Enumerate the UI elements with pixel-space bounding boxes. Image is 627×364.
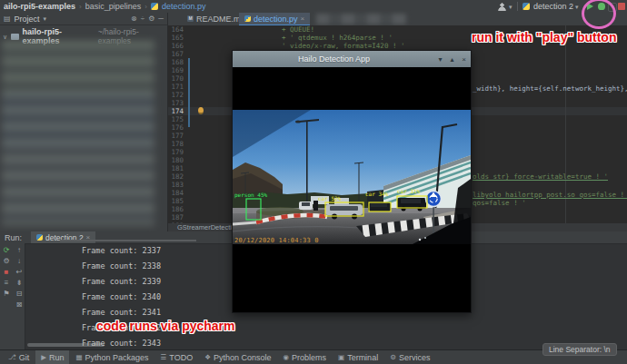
pin-tab-icon[interactable]: ⚑ xyxy=(3,290,9,298)
stop-button[interactable] xyxy=(618,3,625,10)
markdown-icon: M xyxy=(187,15,194,22)
blurred-tab-region xyxy=(316,14,407,25)
hailo-detection-app-window: Hailo Detection App ▾ ▴ × xyxy=(232,50,472,313)
hide-panel-icon[interactable]: ─ xyxy=(158,15,164,23)
chevron-down-icon: ▾ xyxy=(44,15,47,22)
code-line: + QUEUE! xyxy=(282,25,314,34)
statusbar-item-label: Git xyxy=(19,353,30,362)
python-console-icon: ❖ xyxy=(204,353,211,361)
python-icon xyxy=(522,3,530,10)
statusbar-item-label: Terminal xyxy=(347,353,378,362)
run-config-selector[interactable]: detection 2 xyxy=(533,2,573,11)
annotation-run-note: run it with "play" button xyxy=(472,30,616,44)
detection-label: car 52% xyxy=(318,195,342,202)
line-separator-badge[interactable]: Line Separator: \n xyxy=(542,343,617,356)
editor-breadcrumb-class[interactable]: GStreamerDetection xyxy=(177,223,239,231)
todo-icon: ☰ xyxy=(161,353,167,361)
statusbar-item-problems[interactable]: ◉Problems xyxy=(277,350,332,364)
code-line: + ' qtdemux ! h264parse ! ' xyxy=(282,34,393,42)
window-title-bar[interactable]: Hailo Detection App ▾ ▴ × xyxy=(233,51,471,67)
console-line: Frame count: 2339 xyxy=(82,277,161,286)
breadcrumb-separator: › xyxy=(144,3,147,11)
detection-label: car 31% xyxy=(397,188,421,194)
collapse-all-icon[interactable]: ÷ xyxy=(141,15,144,23)
statusbar-item-label: Run xyxy=(49,353,65,362)
video-timestamp: 20/12/2020 14:04:33 0 xyxy=(234,237,319,244)
run-panel-label: Run: xyxy=(5,233,22,242)
chevron-down-icon: ▾ xyxy=(575,4,579,10)
breadcrumb-item[interactable]: detection.py xyxy=(162,2,206,11)
code-fragment: olds_str} force-writable=true ! ' xyxy=(473,172,608,181)
run-settings-icon[interactable]: ⚙ xyxy=(3,257,9,265)
console-line: Frame count: 2337 xyxy=(82,246,161,255)
blurred-file-tree xyxy=(2,41,154,225)
code-fragment: qos=false ! ' xyxy=(473,199,526,207)
statusbar-item-label: Python Console xyxy=(214,353,272,362)
run-tab[interactable]: detection 2 × xyxy=(31,231,95,243)
services-icon: ⚙ xyxy=(390,353,396,361)
breadcrumb-separator: › xyxy=(79,3,82,11)
window-title: Hailo Detection App xyxy=(233,54,435,64)
project-panel-header[interactable]: ▤ Project ▾ ⊗ ÷ ⚙ ─ xyxy=(0,13,168,25)
annotation-pycharm-note: code runs via pycharm xyxy=(96,319,235,333)
problems-icon: ◉ xyxy=(283,353,289,361)
statusbar-item-label: Services xyxy=(399,353,431,362)
detection-label: person 45% xyxy=(234,192,268,199)
breadcrumb: ailo-rpi5-examples›basic_pipelines›detec… xyxy=(4,0,205,13)
tab-label: README.md xyxy=(196,15,245,24)
status-bar-items: ⎇Git▶Run▦Python Packages☰TODO❖Python Con… xyxy=(3,350,435,364)
code-line: ' video/x-raw, format=I420 ! ' xyxy=(282,42,404,50)
console-line: Frame count: 2338 xyxy=(82,261,161,271)
breadcrumb-item[interactable]: basic_pipelines xyxy=(85,2,142,11)
code-fragment: libyolo_hailortpp_post.so qos=false ! ' xyxy=(473,191,627,199)
status-bar: ⎇Git▶Run▦Python Packages☰TODO❖Python Con… xyxy=(0,349,627,364)
breadcrumb-item[interactable]: ailo-rpi5-examples xyxy=(4,2,75,11)
rerun-button[interactable]: ⟳ xyxy=(4,246,10,254)
statusbar-item-services[interactable]: ⚙Services xyxy=(384,350,435,364)
statusbar-item-todo[interactable]: ☰TODO xyxy=(155,350,199,364)
horizontal-scrollbar[interactable] xyxy=(60,240,196,241)
close-icon[interactable]: × xyxy=(301,15,305,23)
project-tool-icon: ▤ xyxy=(4,15,11,23)
close-icon[interactable]: × xyxy=(459,55,469,64)
user-avatar-icon[interactable] xyxy=(498,3,506,11)
statusbar-item-python-console[interactable]: ❖Python Console xyxy=(199,350,276,364)
statusbar-item-label: Python Packages xyxy=(85,353,149,362)
minimize-icon[interactable]: ▾ xyxy=(435,55,445,64)
soft-wrap-icon[interactable]: ↩ xyxy=(16,268,23,276)
terminal-icon: ▣ xyxy=(338,353,344,361)
stop-process-button[interactable]: ■ xyxy=(5,268,9,276)
scroll-up-icon[interactable]: ↑ xyxy=(17,246,21,254)
panel-settings-icon[interactable]: ⚙ xyxy=(148,15,154,23)
python-icon xyxy=(151,3,158,10)
run-toolbar: ⟳ ⚙ ■ ≡ ⚑ ↑ ↓ ↩ ⇟ ⊟ ⊠ xyxy=(0,243,25,349)
python-icon xyxy=(36,234,43,241)
locate-file-icon[interactable]: ⊗ xyxy=(131,15,137,23)
statusbar-item-terminal[interactable]: ▣Terminal xyxy=(333,350,383,364)
detection-label: car 34% xyxy=(365,191,389,197)
statusbar-item-run[interactable]: ▶Run xyxy=(35,350,69,364)
project-panel: ∨ hailo-rpi5-examples ~/hailo-rpi5-examp… xyxy=(0,25,168,231)
statusbar-item-label: Problems xyxy=(292,353,326,362)
scroll-to-end-icon[interactable]: ⇟ xyxy=(16,279,23,287)
git-icon: ⎇ xyxy=(8,353,16,361)
toolbar-divider xyxy=(517,2,518,11)
chevron-expanded-icon[interactable]: ∨ xyxy=(3,34,7,40)
dashcam-video-frame: person 45%car 52%car 34%car 31% 20/12/20… xyxy=(233,110,471,244)
pycharm-window: ailo-rpi5-examples›basic_pipelines›detec… xyxy=(0,0,627,364)
console-line: Frame count: 2340 xyxy=(82,292,161,301)
console-line: Frame count: 2341 xyxy=(82,308,161,317)
statusbar-item-python-packages[interactable]: ▦Python Packages xyxy=(70,350,154,364)
folder-icon xyxy=(11,34,18,40)
maximize-icon[interactable]: ▴ xyxy=(447,55,457,64)
dump-threads-icon[interactable]: ≡ xyxy=(5,279,9,287)
clear-console-icon[interactable]: ⊠ xyxy=(16,300,23,309)
tab-detection-py[interactable]: detection.py × xyxy=(239,13,310,26)
python-packages-icon: ▦ xyxy=(75,353,82,361)
project-panel-title: Project xyxy=(15,15,40,24)
scroll-down-icon[interactable]: ↓ xyxy=(17,257,21,265)
run-icon: ▶ xyxy=(41,353,46,361)
statusbar-item-git[interactable]: ⎇Git xyxy=(3,350,35,364)
print-icon[interactable]: ⊟ xyxy=(16,290,23,298)
python-icon xyxy=(244,15,251,22)
